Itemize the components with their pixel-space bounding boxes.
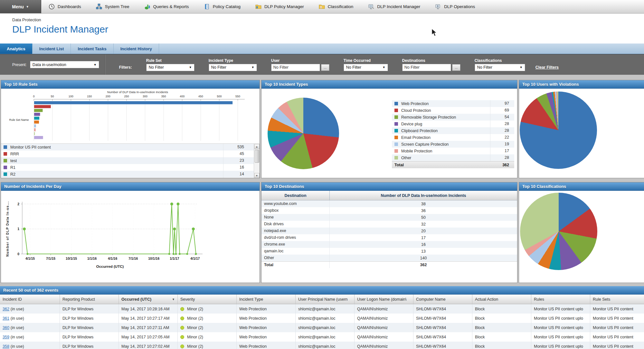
menu-item-queries-reports[interactable]: Queries & Reports xyxy=(137,0,196,13)
classifications-filter-select[interactable]: No Filter ▼ xyxy=(475,64,525,71)
events-column-label: Occurred (UTC) xyxy=(121,297,151,302)
event-row[interactable]: 361(in use)DLP for WindowsMay 14, 2017 1… xyxy=(0,314,644,323)
events-column-header-rules[interactable]: Rules xyxy=(531,295,590,304)
event-cell-rule_sets: Monitor US PII content xyxy=(590,342,644,349)
legend-row: Screen Capture Protection19 xyxy=(392,141,514,148)
rule-set-row: R214 xyxy=(1,171,254,178)
severity-minor-icon xyxy=(180,335,184,339)
incident-id-link[interactable]: 362 xyxy=(3,307,9,311)
rule-sets-list-scrollbar[interactable]: ▲ ▼ xyxy=(254,143,260,178)
legend-swatch xyxy=(394,102,398,105)
incident-types-pie-chart xyxy=(268,98,339,169)
legend-swatch xyxy=(394,149,398,153)
rule-set-row: R116 xyxy=(1,164,254,171)
menu-item-system-tree[interactable]: System Tree xyxy=(89,0,137,13)
scroll-up-icon[interactable]: ▲ xyxy=(254,144,260,149)
time-occurred-filter-select[interactable]: No Filter ▼ xyxy=(344,64,388,71)
events-section-header: Recent 50 out of 362 events xyxy=(0,286,644,295)
event-cell-severity: Minor (2) xyxy=(178,323,237,332)
rule-sets-list: Monitor US PII content535RRR45test23R116… xyxy=(1,143,254,178)
events-column-header-incident-type[interactable]: Incident Type xyxy=(237,295,296,304)
event-row[interactable]: 362(in use)DLP for WindowsMay 14, 2017 1… xyxy=(0,304,644,314)
tab-analytics[interactable]: Analytics xyxy=(0,44,33,54)
destinations-column-header[interactable]: Destination xyxy=(261,191,330,200)
rule-set-filter-select[interactable]: No Filter ▼ xyxy=(146,64,194,71)
dropdown-arrow-icon: ▼ xyxy=(520,66,523,69)
menu-button[interactable]: Menu ▼ xyxy=(0,0,41,13)
legend-label: Removable Storage Protection xyxy=(401,115,490,120)
menu-item-label: DLP Incident Manager xyxy=(377,4,420,9)
event-cell-rule_sets: Monitor US PII content xyxy=(590,332,644,342)
severity-label: Minor (2) xyxy=(187,307,203,311)
user-filter-browse-button[interactable]: ... xyxy=(321,64,329,71)
clock-icon xyxy=(49,4,55,10)
rule-set-swatch xyxy=(4,159,7,162)
destination-row: qamain.loc13 xyxy=(261,248,517,255)
legend-value: 28 xyxy=(490,154,514,161)
tab-incident-history[interactable]: Incident History xyxy=(114,44,159,54)
svg-text:500: 500 xyxy=(217,95,222,98)
menu-item-label: Classification xyxy=(328,4,354,9)
legend-label: Cloud Protection xyxy=(401,108,490,113)
tab-incident-tasks[interactable]: Incident Tasks xyxy=(71,44,113,54)
menu-item-policy-catalog[interactable]: Policy Catalog xyxy=(196,0,248,13)
events-column-label: Rules xyxy=(534,297,544,302)
event-cell-rule_sets: Monitor US PII content xyxy=(590,304,644,314)
panel-top-10-rule-sets: Top 10 Rule Sets Number of DLP Data In-u… xyxy=(1,80,260,178)
menu-item-dlp-incident-manager[interactable]: DLP Incident Manager xyxy=(361,0,428,13)
incident-id-link[interactable]: 361 xyxy=(3,316,9,321)
events-column-header-rule-sets[interactable]: Rule Sets xyxy=(590,295,644,304)
destinations-filter-input[interactable] xyxy=(402,64,451,71)
events-column-header-severity[interactable]: Severity xyxy=(178,295,237,304)
present-select[interactable]: Data in-use/motion ▼ xyxy=(30,61,99,68)
menu-item-dlp-policy-manager[interactable]: DLP Policy Manager xyxy=(248,0,311,13)
clear-filters-link[interactable]: Clear Filters xyxy=(535,65,559,70)
legend-swatch xyxy=(394,115,398,119)
legend-label: Clipboard Protection xyxy=(401,129,490,133)
events-column-header-reporting-product[interactable]: Reporting Product xyxy=(60,295,119,304)
destinations-count-column-header[interactable]: Number of DLP Data In-use/motion Inciden… xyxy=(330,193,517,198)
dropdown-arrow-icon: ▼ xyxy=(251,66,254,69)
legend-swatch xyxy=(394,122,398,126)
incident-type-filter-select[interactable]: No Filter ▼ xyxy=(209,64,257,71)
destinations-filter-browse-button[interactable]: ... xyxy=(452,64,460,71)
user-filter-input[interactable] xyxy=(271,64,320,71)
events-column-header-user-logon-name-domain[interactable]: User Logon Name (domain\ xyxy=(355,295,413,304)
destination-name: Disk drives xyxy=(261,221,330,228)
rule-set-label: Monitor US PII content xyxy=(10,145,223,150)
events-column-header-computer-name[interactable]: Computer Name xyxy=(413,295,472,304)
legend-row: Mobile Protection17 xyxy=(392,148,514,154)
events-column-header-incident-id[interactable]: Incident ID xyxy=(0,295,60,304)
event-row[interactable]: 359(in use)DLP for WindowsMay 14, 2017 1… xyxy=(0,332,644,342)
incident-id-link[interactable]: 359 xyxy=(3,335,9,339)
destination-row: chrome.exe16 xyxy=(261,241,517,248)
event-cell-type: Web Protection xyxy=(237,342,296,349)
incident-id-link[interactable]: 358 xyxy=(3,344,9,349)
legend-row: Web Protection97 xyxy=(392,100,514,107)
users-violations-pie-chart xyxy=(520,92,597,169)
event-cell-product: DLP for Windows xyxy=(60,314,119,323)
panel-header: Top 10 Users with Violations xyxy=(519,80,644,89)
scrollbar-thumb[interactable] xyxy=(255,150,259,163)
tab-incident-list[interactable]: Incident List xyxy=(33,44,71,54)
incident-id-link[interactable]: 360 xyxy=(3,325,9,330)
time-occurred-filter-label: Time Occurred xyxy=(344,58,388,63)
rule-set-swatch xyxy=(4,166,7,169)
destination-count: 38 xyxy=(330,202,517,206)
events-column-header-actual-action[interactable]: Actual Action xyxy=(472,295,531,304)
severity-minor-icon xyxy=(180,326,184,330)
rule-set-filter-group: Rule Set No Filter ▼ xyxy=(146,58,194,71)
events-column-header-user-principal-name-usern[interactable]: User Principal Name (usern xyxy=(296,295,355,304)
legend-value: 69 xyxy=(490,107,514,114)
menu-item-dashboards[interactable]: Dashboards xyxy=(41,0,89,13)
scroll-down-icon[interactable]: ▼ xyxy=(254,173,260,178)
rule-set-value: 14 xyxy=(223,171,254,178)
classifications-pie-chart xyxy=(520,193,597,270)
events-column-header-occurred-utc[interactable]: Occurred (UTC)▼ xyxy=(119,295,178,304)
destination-name: www.youtube.com xyxy=(261,200,330,207)
event-row[interactable]: 360(in use)DLP for WindowsMay 14, 2017 1… xyxy=(0,323,644,332)
menu-item-classification[interactable]: 1Classification xyxy=(311,0,361,13)
event-row[interactable]: 358(in use)DLP for WindowsMay 14, 2017 1… xyxy=(0,342,644,349)
legend-value: 97 xyxy=(490,100,514,107)
menu-item-dlp-operations[interactable]: DLP Operations xyxy=(428,0,482,13)
